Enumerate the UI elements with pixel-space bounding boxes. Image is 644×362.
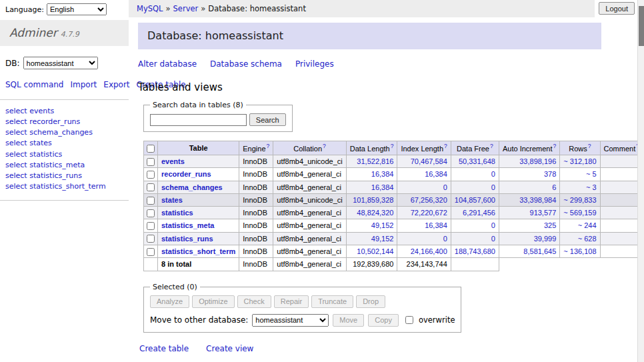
db-link-database-schema[interactable]: Database schema [210, 59, 282, 69]
data-length-link[interactable]: 16,384 [371, 183, 394, 191]
table-link-statistics-short-term[interactable]: statistics_short_term [161, 247, 235, 255]
auto-increment-link[interactable]: 325 [544, 221, 556, 229]
col-header-table: Table [158, 141, 239, 155]
table-link-events[interactable]: events [161, 157, 185, 165]
index-length-link[interactable]: 24,166,400 [411, 247, 447, 255]
rows-link[interactable]: ~ 5 [586, 170, 597, 178]
table-link-recorder-runs[interactable]: recorder_runs [161, 170, 211, 178]
data-free-link[interactable]: 0 [491, 183, 495, 191]
auto-increment-link[interactable]: 8,581,645 [523, 247, 556, 255]
rows-link[interactable]: ~ 299,833 [563, 196, 596, 204]
help-icon[interactable]: ? [444, 143, 447, 149]
sidebar-link-import[interactable]: Import [70, 80, 97, 89]
search-input[interactable] [150, 114, 247, 126]
engine-cell: InnoDB [239, 207, 273, 219]
index-length-link[interactable]: 72,220,672 [411, 209, 447, 217]
row-checkbox-recorder-runs[interactable] [147, 171, 155, 179]
row-checkbox-statistics-meta[interactable] [147, 222, 155, 230]
row-checkbox-states[interactable] [147, 197, 155, 205]
auto-increment-link[interactable]: 33,398,984 [519, 196, 556, 204]
index-length-link[interactable]: 16,384 [425, 170, 447, 178]
data-free-link[interactable]: 6,291,456 [463, 209, 495, 217]
data-free-link[interactable]: 188,743,680 [455, 247, 495, 255]
rows-link[interactable]: ~ 244 [578, 221, 597, 229]
db-link-privileges[interactable]: Privileges [295, 59, 334, 69]
row-checkbox-events[interactable] [147, 158, 155, 166]
index-length-link[interactable]: 0 [443, 235, 447, 243]
data-length-link[interactable]: 16,384 [371, 170, 394, 178]
sidebar-select-statistics-runs[interactable]: select statistics_runs [5, 171, 123, 181]
tables-and-views-heading: Tables and views [138, 81, 644, 93]
table-link-schema-changes[interactable]: schema_changes [161, 183, 223, 191]
index-length-link[interactable]: 0 [443, 183, 447, 191]
breadcrumb-separator: » [166, 4, 171, 13]
row-checkbox-statistics-short-term[interactable] [147, 248, 155, 256]
sidebar-select-statistics-short-term[interactable]: select statistics_short_term [5, 181, 123, 192]
search-button[interactable]: Search [249, 113, 286, 126]
auto-increment-link[interactable]: 6 [552, 183, 556, 191]
search-fieldset: Search data in tables (8) Search [143, 101, 293, 132]
data-length-link[interactable]: 49,152 [371, 235, 394, 243]
row-checkbox-schema-changes[interactable] [147, 183, 155, 191]
rows-link[interactable]: ~ 569,159 [563, 209, 596, 217]
data-free-link[interactable]: 0 [491, 221, 495, 229]
index-length-link[interactable]: 70,467,584 [411, 157, 447, 165]
data-length-link[interactable]: 10,502,144 [357, 247, 393, 255]
logout-button[interactable]: Logout [599, 2, 635, 15]
help-icon[interactable]: ? [391, 143, 394, 149]
row-checkbox-statistics-runs[interactable] [147, 235, 155, 243]
auto-increment-link[interactable]: 913,577 [530, 209, 557, 217]
sidebar-select-statistics-meta[interactable]: select statistics_meta [5, 160, 123, 171]
rows-link[interactable]: ~ 312,180 [563, 157, 596, 165]
total-data-free [451, 258, 499, 271]
data-free-link[interactable]: 50,331,648 [459, 157, 495, 165]
breadcrumb: MySQL»Server»Database: homeassistant [129, 0, 595, 17]
data-length-link[interactable]: 31,522,816 [357, 157, 393, 165]
data-length-link[interactable]: 101,859,328 [353, 196, 393, 204]
data-free-link[interactable]: 0 [491, 235, 495, 243]
move-db-select[interactable]: homeassistant [252, 314, 329, 327]
table-link-statistics-meta[interactable]: statistics_meta [161, 221, 215, 229]
sidebar-select-recorder-runs[interactable]: select recorder_runs [5, 117, 123, 127]
help-icon[interactable]: ? [553, 143, 557, 149]
db-link-alter-database[interactable]: Alter database [138, 59, 197, 69]
rows-link[interactable]: ~ 628 [578, 235, 597, 243]
help-icon[interactable]: ? [588, 143, 591, 149]
sidebar-link-export[interactable]: Export [103, 80, 129, 89]
scrollbar-thumb[interactable] [639, 6, 644, 46]
row-checkbox-statistics[interactable] [147, 209, 155, 217]
rows-link[interactable]: ~ 136,108 [563, 247, 596, 255]
data-length-link[interactable]: 48,824,320 [357, 209, 393, 217]
data-length-link[interactable]: 49,152 [371, 221, 394, 229]
rows-link[interactable]: ~ 3 [586, 183, 597, 191]
index-length-link[interactable]: 67,256,320 [411, 196, 447, 204]
comment-cell [600, 207, 643, 219]
data-free-link[interactable]: 104,857,600 [455, 196, 495, 204]
help-icon[interactable]: ? [267, 143, 270, 149]
breadcrumb-mysql[interactable]: MySQL [137, 4, 163, 13]
select-all-checkbox[interactable] [147, 145, 155, 153]
sidebar-select-statistics[interactable]: select statistics [5, 149, 123, 160]
link-create-view[interactable]: Create view [206, 344, 253, 353]
sidebar-link-sql-command[interactable]: SQL command [5, 80, 63, 89]
sidebar-select-events[interactable]: select events [5, 106, 123, 117]
auto-increment-link[interactable]: 378 [544, 170, 556, 178]
db-select[interactable]: homeassistant [23, 57, 98, 69]
sidebar: Adminer4.7.9 DB:homeassistant SQL comman… [0, 17, 129, 201]
index-length-link[interactable]: 16,384 [425, 221, 447, 229]
language-select[interactable]: English [47, 3, 107, 15]
auto-increment-link[interactable]: 33,898,196 [519, 157, 556, 165]
scrollbar[interactable] [637, 0, 644, 362]
link-create-table[interactable]: Create table [139, 344, 189, 353]
help-icon[interactable]: ? [490, 143, 493, 149]
table-link-statistics-runs[interactable]: statistics_runs [161, 235, 213, 243]
sidebar-select-schema-changes[interactable]: select schema_changes [5, 127, 123, 138]
data-free-link[interactable]: 0 [491, 170, 495, 178]
sidebar-select-states[interactable]: select states [5, 138, 123, 149]
table-link-states[interactable]: states [161, 196, 183, 204]
breadcrumb-server[interactable]: Server [173, 4, 199, 13]
auto-increment-link[interactable]: 39,999 [534, 235, 557, 243]
overwrite-checkbox[interactable] [405, 316, 413, 324]
help-icon[interactable]: ? [323, 143, 326, 149]
table-link-statistics[interactable]: statistics [161, 209, 193, 217]
